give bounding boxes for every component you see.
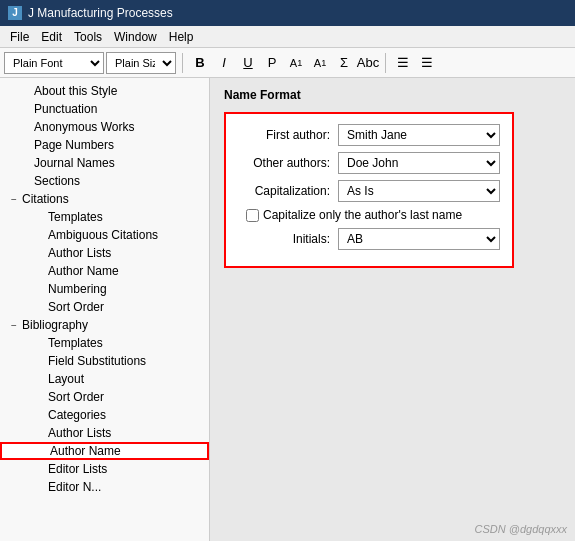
sidebar-item-field-substitutions[interactable]: Field Substitutions (0, 352, 209, 370)
bibliography-author-lists-label: Author Lists (48, 426, 111, 440)
section-title: Name Format (224, 88, 561, 102)
capitalize-checkbox-row: Capitalize only the author's last name (238, 208, 500, 222)
menu-file[interactable]: File (4, 29, 35, 45)
capitalize-checkbox[interactable] (246, 209, 259, 222)
capitalize-checkbox-label: Capitalize only the author's last name (263, 208, 462, 222)
ambiguous-citations-label: Ambiguous Citations (48, 228, 158, 242)
watermark: CSDN @dgdqqxxx (475, 523, 567, 535)
capitalization-row: Capitalization: As Is Uppercase Lowercas… (238, 180, 500, 202)
citations-expander: − (8, 193, 20, 205)
menu-window[interactable]: Window (108, 29, 163, 45)
app-icon: J (8, 6, 22, 20)
name-format-panel: First author: Smith Jane Jane Smith J. S… (224, 112, 514, 268)
sidebar-item-sections[interactable]: Sections (0, 172, 209, 190)
bibliography-expander: − (8, 319, 20, 331)
superscript-button[interactable]: A1 (285, 52, 307, 74)
toolbar-separator (182, 53, 183, 73)
capitalization-select[interactable]: As Is Uppercase Lowercase Title Case (338, 180, 500, 202)
sidebar-item-citations-author-lists[interactable]: Author Lists (0, 244, 209, 262)
layout-label: Layout (48, 372, 84, 386)
bibliography-templates-label: Templates (48, 336, 103, 350)
sidebar-item-bibliography-sort-order[interactable]: Sort Order (0, 388, 209, 406)
initials-row: Initials: AB A.B. A. B. A (238, 228, 500, 250)
first-author-label: First author: (238, 128, 338, 142)
citations-author-name-label: Author Name (48, 264, 119, 278)
menu-help[interactable]: Help (163, 29, 200, 45)
editor-name-label: Editor N... (48, 480, 101, 494)
title-bar: J J Manufacturing Processes (0, 0, 575, 26)
about-style-label: About this Style (34, 84, 117, 98)
abc-button[interactable]: Abc (357, 52, 379, 74)
other-authors-label: Other authors: (238, 156, 338, 170)
content-panel: Name Format First author: Smith Jane Jan… (210, 78, 575, 541)
bibliography-label: Bibliography (22, 318, 88, 332)
toolbar: Plain Font Plain Size B I U P A1 A1 Σ Ab… (0, 48, 575, 78)
sidebar-item-page-numbers[interactable]: Page Numbers (0, 136, 209, 154)
first-author-select[interactable]: Smith Jane Jane Smith J. Smith Smith, J. (338, 124, 500, 146)
p-button[interactable]: P (261, 52, 283, 74)
sidebar-item-ambiguous-citations[interactable]: Ambiguous Citations (0, 226, 209, 244)
sidebar-item-citations-author-name[interactable]: Author Name (0, 262, 209, 280)
citations-templates-label: Templates (48, 210, 103, 224)
sidebar-item-layout[interactable]: Layout (0, 370, 209, 388)
bibliography-author-name-label: Author Name (50, 444, 121, 458)
citations-label: Citations (22, 192, 69, 206)
other-authors-select[interactable]: Doe John John Doe J. Doe (338, 152, 500, 174)
underline-button[interactable]: U (237, 52, 259, 74)
italic-button[interactable]: I (213, 52, 235, 74)
sidebar-item-categories[interactable]: Categories (0, 406, 209, 424)
citations-sort-order-label: Sort Order (48, 300, 104, 314)
sidebar-item-citations[interactable]: − Citations (0, 190, 209, 208)
anonymous-works-label: Anonymous Works (34, 120, 134, 134)
first-author-row: First author: Smith Jane Jane Smith J. S… (238, 124, 500, 146)
page-numbers-label: Page Numbers (34, 138, 114, 152)
bold-button[interactable]: B (189, 52, 211, 74)
sidebar-item-bibliography-templates[interactable]: Templates (0, 334, 209, 352)
sidebar-item-anonymous-works[interactable]: Anonymous Works (0, 118, 209, 136)
bibliography-sort-order-label: Sort Order (48, 390, 104, 404)
sidebar-item-bibliography-author-lists[interactable]: Author Lists (0, 424, 209, 442)
numbering-label: Numbering (48, 282, 107, 296)
initials-select[interactable]: AB A.B. A. B. A (338, 228, 500, 250)
sidebar-item-about-style[interactable]: About this Style (0, 82, 209, 100)
menu-tools[interactable]: Tools (68, 29, 108, 45)
sidebar-item-editor-name[interactable]: Editor N... (0, 478, 209, 496)
size-selector[interactable]: Plain Size (106, 52, 176, 74)
sidebar-item-journal-names[interactable]: Journal Names (0, 154, 209, 172)
initials-label: Initials: (238, 232, 338, 246)
sidebar-item-bibliography[interactable]: − Bibliography (0, 316, 209, 334)
sidebar: About this Style Punctuation Anonymous W… (0, 78, 210, 541)
subscript-button[interactable]: A1 (309, 52, 331, 74)
align2-button[interactable]: ☰ (416, 52, 438, 74)
sidebar-item-bibliography-author-name[interactable]: Author Name (0, 442, 209, 460)
app-title: J Manufacturing Processes (28, 6, 173, 20)
editor-lists-label: Editor Lists (48, 462, 107, 476)
menu-bar: File Edit Tools Window Help (0, 26, 575, 48)
field-substitutions-label: Field Substitutions (48, 354, 146, 368)
sidebar-item-numbering[interactable]: Numbering (0, 280, 209, 298)
toolbar-separator2 (385, 53, 386, 73)
font-selector[interactable]: Plain Font (4, 52, 104, 74)
other-authors-row: Other authors: Doe John John Doe J. Doe (238, 152, 500, 174)
citations-author-lists-label: Author Lists (48, 246, 111, 260)
journal-names-label: Journal Names (34, 156, 115, 170)
capitalization-label: Capitalization: (238, 184, 338, 198)
punctuation-label: Punctuation (34, 102, 97, 116)
sidebar-item-citations-sort-order[interactable]: Sort Order (0, 298, 209, 316)
sidebar-item-editor-lists[interactable]: Editor Lists (0, 460, 209, 478)
categories-label: Categories (48, 408, 106, 422)
align-button[interactable]: ☰ (392, 52, 414, 74)
menu-edit[interactable]: Edit (35, 29, 68, 45)
sigma-button[interactable]: Σ (333, 52, 355, 74)
sections-label: Sections (34, 174, 80, 188)
main-layout: About this Style Punctuation Anonymous W… (0, 78, 575, 541)
sidebar-item-punctuation[interactable]: Punctuation (0, 100, 209, 118)
sidebar-item-citations-templates[interactable]: Templates (0, 208, 209, 226)
